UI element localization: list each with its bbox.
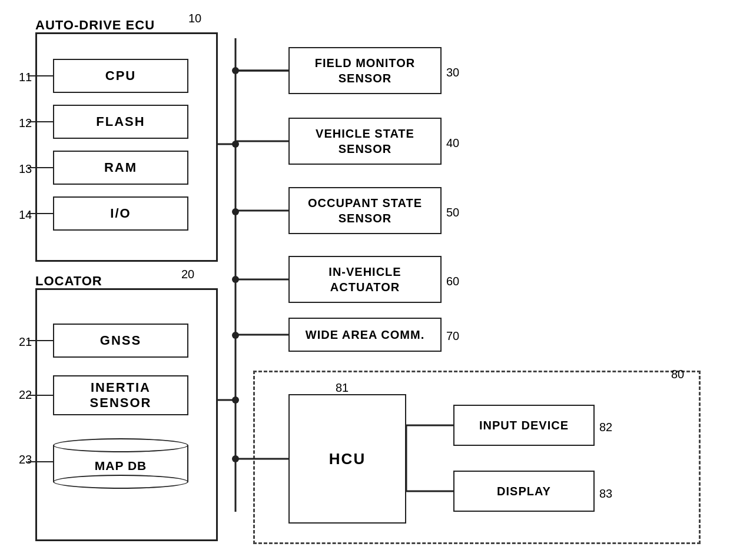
svg-point-2 bbox=[232, 67, 239, 74]
diagram: 10 AUTO-DRIVE ECU CPU 11 FLASH 12 RAM 13… bbox=[0, 0, 730, 560]
display-box: DISPLAY bbox=[453, 471, 595, 512]
cylinder-top bbox=[53, 438, 188, 452]
invehicle-label: IN-VEHICLEACTUATOR bbox=[328, 264, 401, 295]
ecu-io-label: I/O bbox=[110, 206, 131, 221]
ref-80: 80 bbox=[671, 368, 684, 381]
ref-82: 82 bbox=[599, 421, 612, 434]
ref-13: 13 bbox=[19, 162, 32, 176]
ref-81: 81 bbox=[336, 381, 349, 395]
locator-gnss-label: GNSS bbox=[100, 333, 141, 348]
locator-gnss-box: GNSS bbox=[53, 324, 188, 358]
wide-area-label: WIDE AREA COMM. bbox=[306, 327, 424, 342]
invehicle-actuator-box: IN-VEHICLEACTUATOR bbox=[288, 256, 442, 303]
ecu-ram-label: RAM bbox=[104, 160, 137, 175]
ecu-cpu-box: CPU bbox=[53, 59, 188, 93]
svg-point-5 bbox=[232, 276, 239, 283]
vehicle-state-label: VEHICLE STATESENSOR bbox=[316, 126, 414, 156]
occupant-state-label: OCCUPANT STATESENSOR bbox=[308, 195, 422, 226]
ref-21: 21 bbox=[19, 335, 32, 349]
ecu-cpu-label: CPU bbox=[105, 68, 136, 84]
ref-10: 10 bbox=[188, 12, 201, 25]
ecu-flash-box: FLASH bbox=[53, 105, 188, 139]
svg-point-4 bbox=[232, 208, 239, 215]
locator-title: LOCATOR bbox=[35, 274, 102, 289]
ref-11: 11 bbox=[19, 71, 32, 84]
ref-22: 22 bbox=[19, 388, 32, 402]
occupant-state-sensor-box: OCCUPANT STATESENSOR bbox=[288, 187, 442, 234]
mapdb-cylinder: MAP DB bbox=[53, 438, 188, 491]
mapdb-label: MAP DB bbox=[95, 459, 147, 473]
input-device-label: INPUT DEVICE bbox=[479, 418, 569, 433]
field-monitor-label: FIELD MONITORSENSOR bbox=[315, 55, 415, 86]
ecu-title: AUTO-DRIVE ECU bbox=[35, 18, 155, 33]
ref-12: 12 bbox=[19, 116, 32, 130]
ecu-flash-label: FLASH bbox=[96, 114, 145, 129]
display-label: DISPLAY bbox=[497, 484, 551, 499]
ref-70: 70 bbox=[446, 329, 459, 343]
hcu-label: HCU bbox=[329, 450, 366, 468]
ref-30: 30 bbox=[446, 66, 459, 79]
svg-point-3 bbox=[232, 141, 239, 148]
svg-point-6 bbox=[232, 332, 239, 339]
hcu-box: HCU bbox=[288, 394, 406, 524]
ref-50: 50 bbox=[446, 206, 459, 219]
field-monitor-sensor-box: FIELD MONITORSENSOR bbox=[288, 47, 442, 94]
ref-20: 20 bbox=[181, 268, 194, 281]
ecu-io-box: I/O bbox=[53, 196, 188, 231]
locator-inertia-box: INERTIASENSOR bbox=[53, 375, 188, 415]
wide-area-comm-box: WIDE AREA COMM. bbox=[288, 318, 442, 352]
input-device-box: INPUT DEVICE bbox=[453, 405, 595, 446]
ecu-ram-box: RAM bbox=[53, 151, 188, 185]
ref-14: 14 bbox=[19, 208, 32, 222]
ref-60: 60 bbox=[446, 275, 459, 288]
locator-inertia-label: INERTIASENSOR bbox=[90, 380, 152, 411]
cylinder-bottom bbox=[53, 475, 188, 489]
vehicle-state-sensor-box: VEHICLE STATESENSOR bbox=[288, 118, 442, 165]
ref-23: 23 bbox=[19, 453, 32, 466]
ref-40: 40 bbox=[446, 136, 459, 150]
svg-point-7 bbox=[232, 396, 239, 404]
ref-83: 83 bbox=[599, 487, 612, 501]
svg-point-8 bbox=[232, 455, 239, 462]
